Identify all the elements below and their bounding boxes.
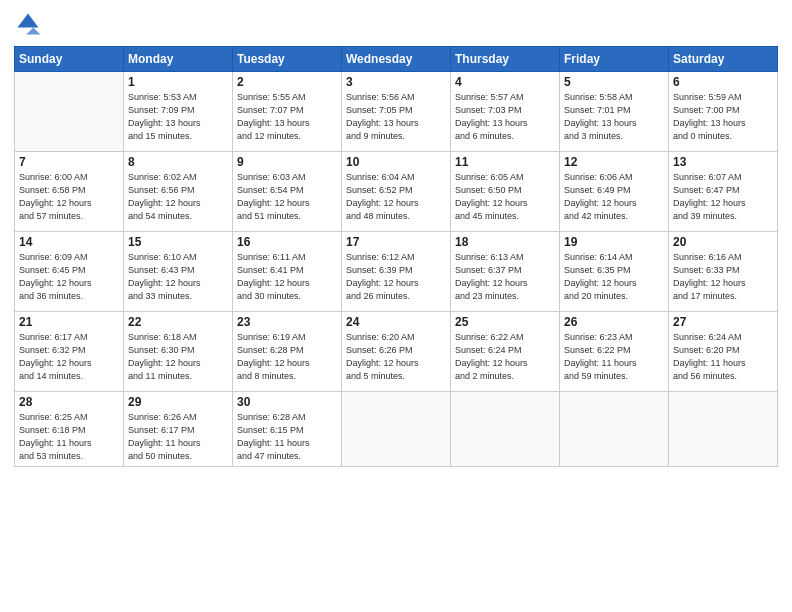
day-info: Sunrise: 6:25 AMSunset: 6:18 PMDaylight:…: [19, 411, 119, 463]
day-number: 5: [564, 75, 664, 89]
day-info: Sunrise: 6:04 AMSunset: 6:52 PMDaylight:…: [346, 171, 446, 223]
col-header-tuesday: Tuesday: [233, 47, 342, 72]
calendar-cell: 15Sunrise: 6:10 AMSunset: 6:43 PMDayligh…: [124, 232, 233, 312]
day-number: 9: [237, 155, 337, 169]
calendar-cell: [669, 392, 778, 467]
col-header-saturday: Saturday: [669, 47, 778, 72]
col-header-monday: Monday: [124, 47, 233, 72]
day-info: Sunrise: 5:57 AMSunset: 7:03 PMDaylight:…: [455, 91, 555, 143]
calendar-cell: 28Sunrise: 6:25 AMSunset: 6:18 PMDayligh…: [15, 392, 124, 467]
day-info: Sunrise: 6:17 AMSunset: 6:32 PMDaylight:…: [19, 331, 119, 383]
day-number: 23: [237, 315, 337, 329]
day-number: 8: [128, 155, 228, 169]
calendar-cell: 19Sunrise: 6:14 AMSunset: 6:35 PMDayligh…: [560, 232, 669, 312]
day-number: 15: [128, 235, 228, 249]
day-info: Sunrise: 5:56 AMSunset: 7:05 PMDaylight:…: [346, 91, 446, 143]
day-info: Sunrise: 6:12 AMSunset: 6:39 PMDaylight:…: [346, 251, 446, 303]
calendar-week-row: 14Sunrise: 6:09 AMSunset: 6:45 PMDayligh…: [15, 232, 778, 312]
day-number: 16: [237, 235, 337, 249]
calendar-cell: 20Sunrise: 6:16 AMSunset: 6:33 PMDayligh…: [669, 232, 778, 312]
calendar-week-row: 1Sunrise: 5:53 AMSunset: 7:09 PMDaylight…: [15, 72, 778, 152]
day-number: 22: [128, 315, 228, 329]
day-info: Sunrise: 6:28 AMSunset: 6:15 PMDaylight:…: [237, 411, 337, 463]
day-number: 3: [346, 75, 446, 89]
day-number: 29: [128, 395, 228, 409]
day-info: Sunrise: 6:06 AMSunset: 6:49 PMDaylight:…: [564, 171, 664, 223]
day-info: Sunrise: 6:22 AMSunset: 6:24 PMDaylight:…: [455, 331, 555, 383]
calendar-week-row: 28Sunrise: 6:25 AMSunset: 6:18 PMDayligh…: [15, 392, 778, 467]
calendar-cell: 8Sunrise: 6:02 AMSunset: 6:56 PMDaylight…: [124, 152, 233, 232]
calendar-header-row: SundayMondayTuesdayWednesdayThursdayFrid…: [15, 47, 778, 72]
calendar-cell: 6Sunrise: 5:59 AMSunset: 7:00 PMDaylight…: [669, 72, 778, 152]
calendar-cell: 14Sunrise: 6:09 AMSunset: 6:45 PMDayligh…: [15, 232, 124, 312]
day-info: Sunrise: 6:20 AMSunset: 6:26 PMDaylight:…: [346, 331, 446, 383]
day-info: Sunrise: 6:11 AMSunset: 6:41 PMDaylight:…: [237, 251, 337, 303]
calendar-cell: 13Sunrise: 6:07 AMSunset: 6:47 PMDayligh…: [669, 152, 778, 232]
page: SundayMondayTuesdayWednesdayThursdayFrid…: [0, 0, 792, 612]
header: [14, 10, 778, 38]
day-info: Sunrise: 5:58 AMSunset: 7:01 PMDaylight:…: [564, 91, 664, 143]
day-info: Sunrise: 6:09 AMSunset: 6:45 PMDaylight:…: [19, 251, 119, 303]
calendar-cell: 23Sunrise: 6:19 AMSunset: 6:28 PMDayligh…: [233, 312, 342, 392]
calendar-cell: 30Sunrise: 6:28 AMSunset: 6:15 PMDayligh…: [233, 392, 342, 467]
day-number: 17: [346, 235, 446, 249]
day-number: 20: [673, 235, 773, 249]
calendar-cell: 22Sunrise: 6:18 AMSunset: 6:30 PMDayligh…: [124, 312, 233, 392]
calendar-cell: 1Sunrise: 5:53 AMSunset: 7:09 PMDaylight…: [124, 72, 233, 152]
calendar-cell: 16Sunrise: 6:11 AMSunset: 6:41 PMDayligh…: [233, 232, 342, 312]
day-number: 12: [564, 155, 664, 169]
calendar-cell: 24Sunrise: 6:20 AMSunset: 6:26 PMDayligh…: [342, 312, 451, 392]
day-info: Sunrise: 6:18 AMSunset: 6:30 PMDaylight:…: [128, 331, 228, 383]
day-info: Sunrise: 6:00 AMSunset: 6:58 PMDaylight:…: [19, 171, 119, 223]
calendar-week-row: 7Sunrise: 6:00 AMSunset: 6:58 PMDaylight…: [15, 152, 778, 232]
col-header-sunday: Sunday: [15, 47, 124, 72]
calendar-cell: 7Sunrise: 6:00 AMSunset: 6:58 PMDaylight…: [15, 152, 124, 232]
calendar-cell: 9Sunrise: 6:03 AMSunset: 6:54 PMDaylight…: [233, 152, 342, 232]
col-header-wednesday: Wednesday: [342, 47, 451, 72]
calendar-cell: [342, 392, 451, 467]
day-info: Sunrise: 5:55 AMSunset: 7:07 PMDaylight:…: [237, 91, 337, 143]
calendar-cell: 10Sunrise: 6:04 AMSunset: 6:52 PMDayligh…: [342, 152, 451, 232]
day-number: 2: [237, 75, 337, 89]
calendar-week-row: 21Sunrise: 6:17 AMSunset: 6:32 PMDayligh…: [15, 312, 778, 392]
logo-icon: [14, 10, 42, 38]
day-info: Sunrise: 6:16 AMSunset: 6:33 PMDaylight:…: [673, 251, 773, 303]
calendar-cell: [451, 392, 560, 467]
day-number: 13: [673, 155, 773, 169]
calendar-cell: 5Sunrise: 5:58 AMSunset: 7:01 PMDaylight…: [560, 72, 669, 152]
calendar-cell: [560, 392, 669, 467]
day-number: 4: [455, 75, 555, 89]
day-info: Sunrise: 6:10 AMSunset: 6:43 PMDaylight:…: [128, 251, 228, 303]
day-info: Sunrise: 6:13 AMSunset: 6:37 PMDaylight:…: [455, 251, 555, 303]
day-number: 27: [673, 315, 773, 329]
day-number: 26: [564, 315, 664, 329]
svg-marker-0: [18, 14, 39, 28]
day-number: 21: [19, 315, 119, 329]
day-number: 28: [19, 395, 119, 409]
calendar-cell: 12Sunrise: 6:06 AMSunset: 6:49 PMDayligh…: [560, 152, 669, 232]
calendar-cell: 4Sunrise: 5:57 AMSunset: 7:03 PMDaylight…: [451, 72, 560, 152]
day-number: 25: [455, 315, 555, 329]
calendar-cell: 17Sunrise: 6:12 AMSunset: 6:39 PMDayligh…: [342, 232, 451, 312]
calendar-cell: 25Sunrise: 6:22 AMSunset: 6:24 PMDayligh…: [451, 312, 560, 392]
day-number: 1: [128, 75, 228, 89]
day-number: 14: [19, 235, 119, 249]
day-number: 30: [237, 395, 337, 409]
col-header-friday: Friday: [560, 47, 669, 72]
calendar-cell: 29Sunrise: 6:26 AMSunset: 6:17 PMDayligh…: [124, 392, 233, 467]
calendar-cell: 26Sunrise: 6:23 AMSunset: 6:22 PMDayligh…: [560, 312, 669, 392]
calendar-cell: 18Sunrise: 6:13 AMSunset: 6:37 PMDayligh…: [451, 232, 560, 312]
day-info: Sunrise: 6:23 AMSunset: 6:22 PMDaylight:…: [564, 331, 664, 383]
svg-marker-1: [26, 28, 40, 35]
calendar-cell: 2Sunrise: 5:55 AMSunset: 7:07 PMDaylight…: [233, 72, 342, 152]
day-number: 6: [673, 75, 773, 89]
day-number: 18: [455, 235, 555, 249]
day-info: Sunrise: 6:03 AMSunset: 6:54 PMDaylight:…: [237, 171, 337, 223]
day-info: Sunrise: 6:19 AMSunset: 6:28 PMDaylight:…: [237, 331, 337, 383]
day-number: 7: [19, 155, 119, 169]
day-number: 19: [564, 235, 664, 249]
col-header-thursday: Thursday: [451, 47, 560, 72]
day-info: Sunrise: 5:53 AMSunset: 7:09 PMDaylight:…: [128, 91, 228, 143]
day-number: 11: [455, 155, 555, 169]
calendar-cell: 21Sunrise: 6:17 AMSunset: 6:32 PMDayligh…: [15, 312, 124, 392]
